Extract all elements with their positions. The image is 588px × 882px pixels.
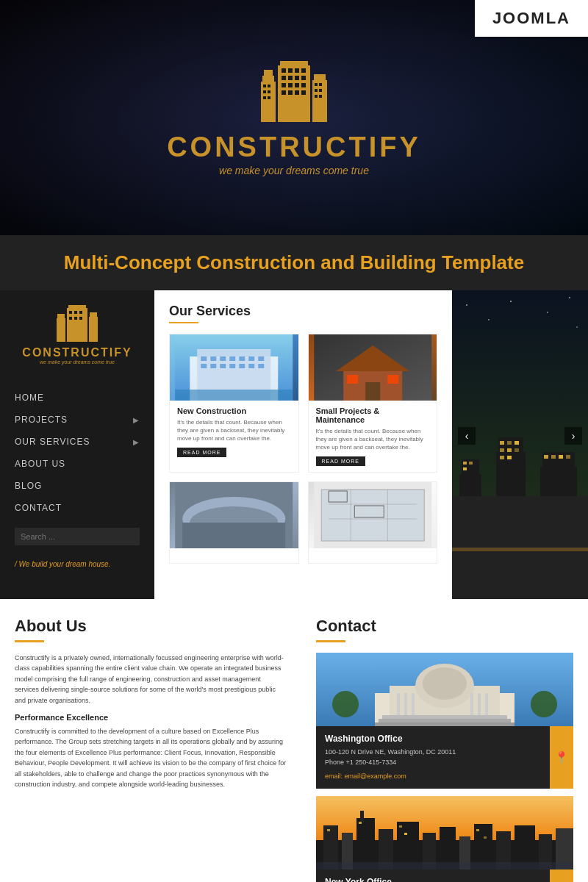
service-card-2-title: Small Projects & Maintenance [316, 406, 430, 424]
hero-tagline: we make your dreams come true [219, 165, 369, 176]
svg-rect-149 [404, 833, 407, 835]
svg-rect-23 [282, 90, 286, 95]
svg-rect-13 [295, 68, 299, 73]
svg-rect-18 [301, 76, 306, 80]
svg-rect-57 [201, 364, 207, 368]
svg-rect-0 [261, 82, 276, 122]
washington-location-pin-icon[interactable]: 📍 [550, 726, 573, 789]
svg-rect-41 [69, 311, 72, 314]
svg-rect-124 [485, 693, 488, 715]
about-body: Constructify is a privately owned, inter… [15, 653, 287, 706]
contact-card-new-york: New York Office 100-135 N Drive NE, Wash… [316, 796, 573, 882]
svg-point-88 [547, 312, 548, 313]
about-section: About Us Constructify is a privately own… [0, 599, 301, 882]
svg-rect-31 [315, 89, 318, 92]
svg-rect-14 [301, 68, 306, 73]
svg-rect-21 [295, 83, 299, 87]
page-title: Multi-Concept Construction and Building … [7, 251, 581, 274]
svg-rect-70 [387, 375, 398, 384]
svg-rect-36 [57, 314, 65, 320]
service-card-4 [308, 481, 438, 564]
svg-rect-103 [507, 448, 512, 452]
carousel-next-button[interactable]: › [564, 427, 582, 445]
about-perf-title: Performance Excellence [15, 713, 287, 722]
carousel-arrows: ‹ › [452, 427, 588, 445]
svg-rect-29 [315, 83, 318, 86]
new-york-location-pin-icon[interactable]: 📍 [550, 870, 573, 882]
svg-rect-107 [540, 467, 577, 496]
carousel-prev-button[interactable]: ‹ [458, 427, 476, 445]
svg-rect-135 [360, 811, 364, 822]
svg-rect-104 [514, 448, 519, 452]
svg-rect-39 [89, 317, 98, 342]
svg-rect-113 [452, 548, 588, 551]
svg-rect-33 [315, 95, 318, 98]
sidebar: CONSTRUCTIFY we make your dreams come tr… [0, 290, 154, 599]
svg-rect-38 [68, 305, 86, 309]
svg-rect-51 [210, 356, 216, 361]
hero-brand-name: CONSTRUCTIFY [167, 132, 421, 163]
svg-rect-28 [314, 74, 326, 83]
contact-section: Contact [301, 599, 588, 882]
svg-rect-152 [316, 862, 573, 870]
svg-rect-25 [295, 90, 299, 95]
service-img-small-projects [309, 334, 437, 401]
svg-rect-126 [379, 719, 511, 723]
service-card-1-read-more[interactable]: READ MORE [177, 448, 226, 457]
service-img-3 [170, 482, 298, 548]
washington-office-info: Washington Office 100-120 N Drive NE, Wa… [316, 726, 573, 789]
svg-rect-76 [321, 490, 424, 541]
washington-office-phone: Phone +1 250-415-7334 [325, 757, 544, 767]
svg-rect-60 [229, 364, 235, 368]
svg-rect-74 [182, 523, 285, 548]
sidebar-item-our-services[interactable]: OUR SERVICES ▶ [0, 431, 154, 453]
svg-rect-68 [365, 382, 380, 401]
right-photo-bg [452, 290, 588, 599]
sidebar-item-projects[interactable]: PROJECTS ▶ [0, 409, 154, 431]
svg-point-89 [569, 297, 570, 298]
svg-rect-6 [268, 90, 270, 93]
svg-rect-105 [500, 456, 504, 459]
right-photo-panel: ‹ › [452, 290, 588, 599]
new-york-office-info: New York Office 100-135 N Drive NE, Wash… [316, 870, 573, 882]
about-divider [15, 640, 44, 642]
svg-rect-24 [288, 90, 293, 95]
hero-section: JOOMLA [0, 0, 588, 235]
building-night-scene [452, 290, 588, 599]
service-card-2-read-more[interactable]: READ MORE [316, 456, 365, 466]
svg-point-90 [576, 326, 578, 328]
hero-content: CONSTRUCTIFY we make your dreams come tr… [167, 60, 421, 176]
sidebar-item-blog[interactable]: BLOG [0, 475, 154, 497]
service-card-1: New Construction It's the details that c… [169, 334, 299, 473]
service-card-3 [169, 481, 299, 564]
svg-rect-12 [288, 68, 293, 73]
svg-rect-120 [404, 693, 407, 715]
sidebar-item-home[interactable]: HOME [0, 387, 154, 409]
svg-rect-96 [463, 467, 467, 470]
washington-office-name: Washington Office [325, 734, 544, 744]
svg-rect-58 [210, 364, 216, 368]
svg-rect-147 [359, 822, 362, 824]
svg-point-85 [466, 304, 467, 306]
svg-rect-35 [57, 318, 65, 342]
svg-rect-108 [542, 452, 575, 470]
search-input[interactable] [15, 528, 140, 545]
svg-rect-121 [412, 693, 415, 715]
svg-rect-151 [484, 836, 487, 839]
svg-rect-30 [319, 83, 322, 86]
sidebar-item-about-us[interactable]: ABOUT US [0, 453, 154, 475]
svg-rect-53 [229, 356, 235, 361]
services-panel: Our Services [154, 290, 452, 599]
svg-rect-46 [79, 317, 82, 320]
washington-office-image [316, 653, 573, 726]
sidebar-item-contact[interactable]: CONTACT [0, 497, 154, 519]
washington-office-email[interactable]: email: email@example.com [325, 772, 406, 780]
service-card-1-desc: It's the details that count. Because whe… [177, 418, 291, 443]
svg-rect-63 [258, 364, 264, 368]
service-img-new-construction [170, 334, 298, 401]
service-card-2-body: Small Projects & Maintenance It's the de… [309, 401, 437, 472]
service-card-4-body [309, 548, 437, 563]
svg-rect-7 [263, 96, 266, 99]
svg-rect-112 [566, 455, 570, 459]
svg-rect-94 [463, 462, 467, 465]
